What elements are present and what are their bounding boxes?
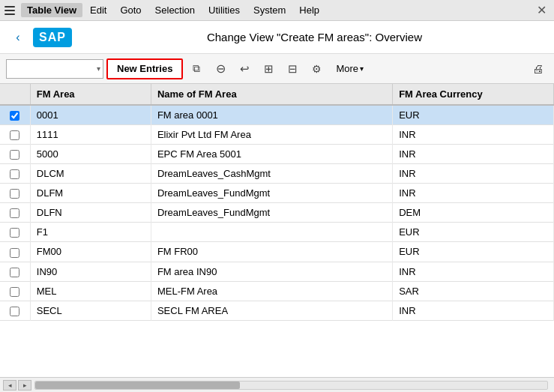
horizontal-scrollbar: ◂ ▸ <box>0 377 554 392</box>
scroll-left-icon[interactable]: ◂ <box>3 380 16 391</box>
menu-table-view[interactable]: Table View <box>21 3 82 17</box>
fm-area-currency-cell: INR <box>393 125 554 145</box>
layout-button[interactable]: ⊟ <box>282 58 303 79</box>
row-checkbox-cell <box>0 184 30 203</box>
print-icon: 🖨 <box>532 62 544 75</box>
menubar: Table View Edit Goto Selection Utilities… <box>0 0 554 21</box>
delete-button[interactable]: ⊖ <box>210 58 231 79</box>
menu-utilities[interactable]: Utilities <box>202 3 246 17</box>
table-row[interactable]: 5000EPC FM Area 5001INR <box>0 145 554 164</box>
fm-area-cell: MEL <box>30 281 151 301</box>
scroll-right-icon[interactable]: ▸ <box>18 380 31 391</box>
titlebar: ‹ SAP Change View "Create FM areas": Ove… <box>0 21 554 54</box>
fm-area-currency-cell: SAR <box>393 281 554 301</box>
copy-icon: ⧉ <box>193 62 200 75</box>
back-button[interactable]: ‹ <box>9 28 27 46</box>
more-button[interactable]: More ▾ <box>330 58 370 79</box>
checkbox-column-header <box>0 84 30 105</box>
table-row[interactable]: DLCMDreamLeaves_CashMgmtINR <box>0 164 554 184</box>
fm-area-name-cell: MEL-FM Area <box>151 281 392 301</box>
fm-area-cell: 5000 <box>30 145 151 164</box>
fm-area-name-cell: SECL FM AREA <box>151 301 392 320</box>
scroll-track[interactable] <box>34 381 548 390</box>
row-checkbox[interactable] <box>10 150 19 160</box>
scroll-left-arrows[interactable]: ◂ ▸ <box>3 380 31 391</box>
table-row[interactable]: F1EUR <box>0 223 554 242</box>
fm-area-currency-cell: EUR <box>393 105 554 125</box>
fm-area-currency-cell: EUR <box>393 242 554 262</box>
columns-button[interactable]: ⚙ <box>306 58 327 79</box>
close-icon[interactable]: ✕ <box>532 3 551 17</box>
fm-area-currency-cell: INR <box>393 164 554 184</box>
undo-icon: ↩ <box>240 62 250 76</box>
transport-button[interactable]: ⊞ <box>258 58 279 79</box>
fm-area-cell: F1 <box>30 223 151 242</box>
menu-system[interactable]: System <box>247 3 292 17</box>
fm-area-cell: DLFN <box>30 203 151 223</box>
fm-area-cell: DLFM <box>30 184 151 203</box>
row-checkbox-cell <box>0 105 30 125</box>
fm-area-name-cell: DreamLeaves_FundMgmt <box>151 203 392 223</box>
table-row[interactable]: 0001FM area 0001EUR <box>0 105 554 125</box>
fm-area-currency-cell: EUR <box>393 223 554 242</box>
new-entries-button[interactable]: New Entries <box>106 58 183 79</box>
fm-area-name-cell: FM area IN90 <box>151 262 392 281</box>
fm-area-name-cell: FM FR00 <box>151 242 392 262</box>
fm-area-currency-cell: INR <box>393 184 554 203</box>
table-row[interactable]: MELMEL-FM AreaSAR <box>0 281 554 301</box>
row-checkbox[interactable] <box>10 208 19 218</box>
row-checkbox[interactable] <box>10 307 19 316</box>
row-checkbox[interactable] <box>10 111 19 121</box>
table-row[interactable]: IN90FM area IN90INR <box>0 262 554 281</box>
fm-area-name-cell: Elixir Pvt Ltd FM Area <box>151 125 392 145</box>
fm-area-currency-cell: INR <box>393 301 554 320</box>
fm-area-cell: SECL <box>30 301 151 320</box>
row-checkbox-cell <box>0 203 30 223</box>
menu-selection[interactable]: Selection <box>149 3 201 17</box>
toolbar-select[interactable] <box>6 59 103 79</box>
row-checkbox[interactable] <box>10 130 19 140</box>
copy-button[interactable]: ⧉ <box>186 58 207 79</box>
row-checkbox-cell <box>0 125 30 145</box>
undo-button[interactable]: ↩ <box>234 58 255 79</box>
row-checkbox-cell <box>0 164 30 184</box>
more-chevron-icon: ▾ <box>360 64 364 73</box>
row-checkbox[interactable] <box>10 228 19 238</box>
currency-column-header: FM Area Currency <box>393 84 554 105</box>
name-column-header: Name of FM Area <box>151 84 392 105</box>
fm-area-currency-cell: INR <box>393 145 554 164</box>
layout-icon: ⊟ <box>288 62 298 76</box>
table-row[interactable]: DLFMDreamLeaves_FundMgmtINR <box>0 184 554 203</box>
row-checkbox[interactable] <box>10 189 19 199</box>
fm-area-cell: FM00 <box>30 242 151 262</box>
toolbar: ▾ New Entries ⧉ ⊖ ↩ ⊞ ⊟ ⚙ More ▾ 🖨 <box>0 54 554 84</box>
row-checkbox[interactable] <box>10 248 19 258</box>
table-row[interactable]: DLFNDreamLeaves_FundMgmtDEM <box>0 203 554 223</box>
row-checkbox-cell <box>0 242 30 262</box>
table-row[interactable]: 1111Elixir Pvt Ltd FM AreaINR <box>0 125 554 145</box>
table-row[interactable]: FM00FM FR00EUR <box>0 242 554 262</box>
row-checkbox[interactable] <box>10 169 19 179</box>
row-checkbox[interactable] <box>10 268 19 277</box>
hamburger-menu[interactable] <box>3 4 16 16</box>
row-checkbox-cell <box>0 223 30 242</box>
row-checkbox-cell <box>0 145 30 164</box>
fm-areas-table: FM Area Name of FM Area FM Area Currency… <box>0 84 554 321</box>
row-checkbox-cell <box>0 262 30 281</box>
fm-area-name-cell: DreamLeaves_FundMgmt <box>151 184 392 203</box>
fm-area-name-cell: EPC FM Area 5001 <box>151 145 392 164</box>
fm-area-currency-cell: DEM <box>393 203 554 223</box>
row-checkbox[interactable] <box>10 287 19 297</box>
menu-edit[interactable]: Edit <box>84 3 112 17</box>
table-row[interactable]: SECLSECL FM AREAINR <box>0 301 554 320</box>
menu-help[interactable]: Help <box>293 3 325 17</box>
sap-logo: SAP <box>33 28 72 47</box>
dropdown-wrapper: ▾ <box>6 59 103 79</box>
menu-goto[interactable]: Goto <box>114 3 147 17</box>
fm-area-cell: 1111 <box>30 125 151 145</box>
print-button[interactable]: 🖨 <box>527 58 548 79</box>
fm-area-column-header: FM Area <box>30 84 151 105</box>
page-title: Change View "Create FM areas": Overview <box>84 31 545 43</box>
fm-area-name-cell <box>151 223 392 242</box>
columns-icon: ⚙ <box>312 63 322 75</box>
